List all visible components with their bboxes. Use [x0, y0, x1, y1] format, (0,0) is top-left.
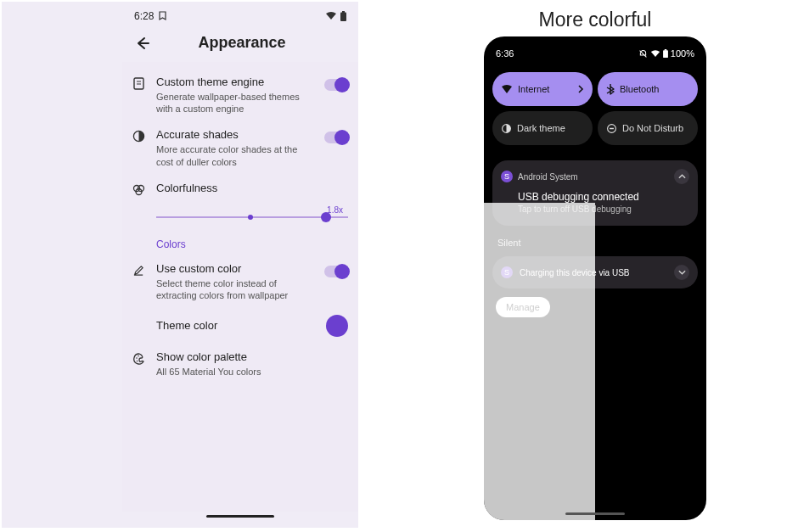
notif-app-name: Android System	[518, 172, 578, 182]
wifi-icon	[325, 12, 337, 20]
manage-button[interactable]: Manage	[496, 297, 550, 317]
theme-engine-icon	[132, 77, 148, 91]
contrast-icon	[132, 130, 148, 143]
wifi-icon	[501, 85, 513, 94]
dark-icon	[501, 123, 512, 134]
tile-label: Dark theme	[517, 123, 565, 133]
setting-title: Theme color	[156, 319, 318, 333]
nav-handle[interactable]	[206, 515, 274, 518]
bookmark-icon	[159, 11, 167, 21]
tile-label: Do Not Disturb	[622, 123, 683, 133]
left-phone-inner: 6:28 Appearance Custom theme engine Gene…	[122, 2, 358, 524]
chevron-right-icon	[577, 85, 584, 93]
settings-list: Custom theme engine Generate wallpaper-b…	[122, 62, 358, 512]
setting-title: Custom theme engine	[156, 76, 316, 90]
appearance-header: Appearance	[122, 25, 358, 62]
quick-settings-grid: Internet Bluetooth Dark theme Do Not Dis…	[484, 65, 706, 152]
colorfulness-slider[interactable]	[156, 216, 348, 218]
custom-theme-toggle[interactable]	[324, 79, 348, 91]
notif-collapsed-text: Charging this device via USB	[520, 268, 667, 277]
chevron-down-icon	[678, 270, 686, 275]
status-time: 6:28	[134, 10, 154, 22]
battery-icon	[340, 11, 346, 21]
setting-sub: Select theme color instead of extracting…	[156, 277, 316, 302]
silent-section-label: Silent	[484, 226, 706, 253]
vibrate-icon	[638, 49, 648, 59]
notification-expanded[interactable]: S Android System USB debugging connected…	[492, 160, 698, 226]
svg-point-8	[138, 356, 139, 357]
setting-sub: All 65 Material You colors	[156, 366, 348, 378]
theme-color-swatch[interactable]	[326, 315, 348, 337]
custom-theme-engine-row[interactable]: Custom theme engine Generate wallpaper-b…	[132, 69, 348, 121]
svg-point-9	[137, 361, 138, 362]
right-panel: More colorful 6:36 100% Internet Bluetoo…	[358, 0, 798, 532]
show-color-palette-row[interactable]: Show color palette All 65 Material You c…	[132, 344, 348, 384]
palette-icon	[132, 352, 148, 366]
notif-sub: Tap to turn off USB debugging	[501, 204, 689, 217]
accurate-shades-toggle[interactable]	[324, 132, 348, 143]
qs-tile-darktheme[interactable]: Dark theme	[492, 111, 593, 145]
qs-tile-internet[interactable]: Internet	[492, 72, 593, 106]
theme-color-row[interactable]: Theme color	[132, 308, 348, 344]
setting-title: Show color palette	[156, 350, 348, 365]
more-colorful-title: More colorful	[392, 0, 798, 36]
slider-value: 1.8x	[156, 205, 348, 215]
bluetooth-icon	[606, 83, 615, 95]
expand-button[interactable]	[674, 265, 689, 280]
status-time: 6:36	[496, 48, 514, 59]
use-custom-color-row[interactable]: Use custom color Select theme color inst…	[132, 255, 348, 308]
setting-sub: Generate wallpaper-based themes with a c…	[156, 91, 316, 115]
svg-rect-1	[342, 11, 345, 13]
tile-label: Internet	[518, 84, 549, 94]
android-system-icon: S	[501, 266, 513, 278]
slider-thumb[interactable]	[321, 212, 331, 222]
svg-rect-10	[663, 50, 668, 58]
status-bar: 6:28	[122, 2, 358, 25]
battery-icon	[663, 49, 668, 58]
tile-label: Bluetooth	[620, 84, 659, 94]
notif-title: USB debugging connected	[501, 184, 689, 204]
setting-sub: More accurate color shades at the cost o…	[156, 143, 316, 168]
setting-title: Accurate shades	[156, 128, 316, 143]
android-system-icon: S	[501, 171, 513, 182]
colors-section-label: Colors	[132, 227, 348, 255]
page-title: Appearance	[134, 34, 350, 52]
notification-collapsed[interactable]: S Charging this device via USB	[492, 256, 698, 288]
nav-handle[interactable]	[565, 512, 625, 515]
svg-point-7	[136, 358, 138, 360]
setting-title: Use custom color	[156, 262, 316, 277]
battery-percent: 100%	[671, 48, 694, 59]
manage-row: Manage	[484, 288, 706, 326]
appearance-settings-screen: 6:28 Appearance Custom theme engine Gene…	[2, 2, 358, 528]
slider-tick	[248, 215, 253, 220]
custom-color-toggle[interactable]	[324, 266, 348, 277]
collapse-button[interactable]	[674, 169, 689, 184]
phone-status-bar: 6:36 100%	[484, 36, 706, 65]
dnd-icon	[606, 123, 617, 134]
wifi-icon	[650, 50, 660, 58]
notification-shade-screen: 6:36 100% Internet Bluetooth Dark theme	[484, 36, 706, 520]
qs-tile-bluetooth[interactable]: Bluetooth	[598, 72, 698, 106]
colorfulness-row: Colorfulness	[132, 175, 348, 204]
accurate-shades-row[interactable]: Accurate shades More accurate color shad…	[132, 121, 348, 174]
setting-title: Colorfulness	[156, 182, 348, 196]
colorfulness-slider-row: 1.8x	[132, 204, 348, 227]
qs-tile-dnd[interactable]: Do Not Disturb	[598, 111, 698, 145]
chevron-up-icon	[678, 174, 686, 179]
svg-rect-0	[340, 13, 346, 22]
svg-rect-11	[665, 49, 667, 51]
colorfulness-icon	[132, 183, 148, 197]
pencil-icon	[132, 264, 148, 277]
